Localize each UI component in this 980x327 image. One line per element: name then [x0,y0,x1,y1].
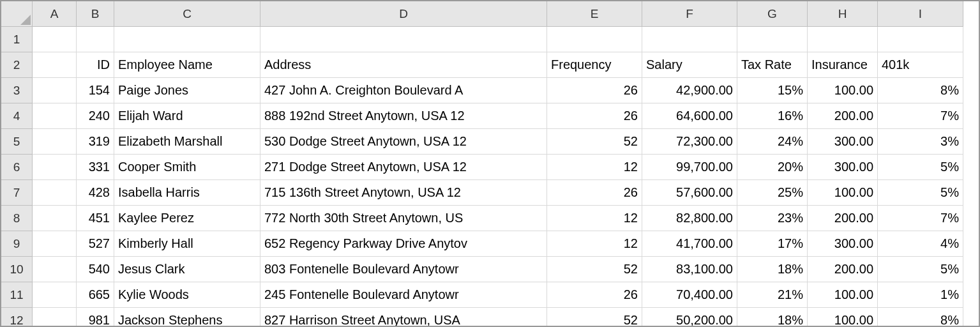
cell-F2[interactable]: Salary [642,52,737,78]
cell-I11[interactable]: 1% [878,282,963,308]
cell-H11[interactable]: 100.00 [808,282,878,308]
cell-E12[interactable]: 52 [547,308,642,327]
cell-A3[interactable] [33,78,77,103]
cell-I12[interactable]: 8% [878,308,963,327]
cell-I1[interactable] [878,27,963,52]
cell-G10[interactable]: 18% [737,257,808,282]
cell-E8[interactable]: 12 [547,206,642,231]
cell-H5[interactable]: 300.00 [808,129,878,155]
cell-H12[interactable]: 100.00 [808,308,878,327]
col-header-A[interactable]: A [33,1,77,27]
cell-D2[interactable]: Address [260,52,547,78]
row-header-5[interactable]: 5 [1,129,33,155]
cell-C8[interactable]: Kaylee Perez [114,206,260,231]
cell-F9[interactable]: 41,700.00 [642,231,737,257]
row-header-6[interactable]: 6 [1,155,33,180]
cell-C10[interactable]: Jesus Clark [114,257,260,282]
cell-E3[interactable]: 26 [547,78,642,103]
cell-G12[interactable]: 18% [737,308,808,327]
cell-C5[interactable]: Elizabeth Marshall [114,129,260,155]
cell-B1[interactable] [77,27,114,52]
cell-G6[interactable]: 20% [737,155,808,180]
cell-I10[interactable]: 5% [878,257,963,282]
cell-F1[interactable] [642,27,737,52]
cell-D4[interactable]: 888 192nd Street Anytown, USA 12 [260,103,547,129]
cell-D8[interactable]: 772 North 30th Street Anytown, US [260,206,547,231]
cell-H4[interactable]: 200.00 [808,103,878,129]
cell-C3[interactable]: Paige Jones [114,78,260,103]
cell-A4[interactable] [33,103,77,129]
cell-B5[interactable]: 319 [77,129,114,155]
cell-G9[interactable]: 17% [737,231,808,257]
cell-C6[interactable]: Cooper Smith [114,155,260,180]
cell-A6[interactable] [33,155,77,180]
cell-E7[interactable]: 26 [547,180,642,206]
row-header-4[interactable]: 4 [1,103,33,129]
cell-D5[interactable]: 530 Dodge Street Anytown, USA 12 [260,129,547,155]
cell-B10[interactable]: 540 [77,257,114,282]
cell-B11[interactable]: 665 [77,282,114,308]
cell-A9[interactable] [33,231,77,257]
cell-B12[interactable]: 981 [77,308,114,327]
cell-H9[interactable]: 300.00 [808,231,878,257]
row-header-11[interactable]: 11 [1,282,33,308]
cell-A2[interactable] [33,52,77,78]
cell-G11[interactable]: 21% [737,282,808,308]
cell-G3[interactable]: 15% [737,78,808,103]
cell-D10[interactable]: 803 Fontenelle Boulevard Anytowr [260,257,547,282]
col-header-C[interactable]: C [114,1,260,27]
row-header-10[interactable]: 10 [1,257,33,282]
cell-C12[interactable]: Jackson Stephens [114,308,260,327]
cell-G7[interactable]: 25% [737,180,808,206]
cell-B4[interactable]: 240 [77,103,114,129]
col-header-F[interactable]: F [642,1,737,27]
cell-F10[interactable]: 83,100.00 [642,257,737,282]
cell-C1[interactable] [114,27,260,52]
cell-E1[interactable] [547,27,642,52]
row-header-12[interactable]: 12 [1,308,33,327]
col-header-B[interactable]: B [77,1,114,27]
row-header-9[interactable]: 9 [1,231,33,257]
cell-C9[interactable]: Kimberly Hall [114,231,260,257]
cell-D7[interactable]: 715 136th Street Anytown, USA 12 [260,180,547,206]
cell-F8[interactable]: 82,800.00 [642,206,737,231]
cell-E5[interactable]: 52 [547,129,642,155]
cell-I7[interactable]: 5% [878,180,963,206]
cell-D6[interactable]: 271 Dodge Street Anytown, USA 12 [260,155,547,180]
cell-F3[interactable]: 42,900.00 [642,78,737,103]
cell-C2[interactable]: Employee Name [114,52,260,78]
cell-D3[interactable]: 427 John A. Creighton Boulevard A [260,78,547,103]
cell-F5[interactable]: 72,300.00 [642,129,737,155]
cell-I9[interactable]: 4% [878,231,963,257]
cell-G2[interactable]: Tax Rate [737,52,808,78]
cell-C4[interactable]: Elijah Ward [114,103,260,129]
cell-A12[interactable] [33,308,77,327]
cell-B9[interactable]: 527 [77,231,114,257]
cell-H8[interactable]: 200.00 [808,206,878,231]
row-header-2[interactable]: 2 [1,52,33,78]
cell-I5[interactable]: 3% [878,129,963,155]
col-header-H[interactable]: H [808,1,878,27]
cell-H1[interactable] [808,27,878,52]
cell-D9[interactable]: 652 Regency Parkway Drive Anytov [260,231,547,257]
cell-A11[interactable] [33,282,77,308]
cell-I2[interactable]: 401k [878,52,963,78]
cell-A10[interactable] [33,257,77,282]
cell-G5[interactable]: 24% [737,129,808,155]
cell-D11[interactable]: 245 Fontenelle Boulevard Anytowr [260,282,547,308]
cell-C11[interactable]: Kylie Woods [114,282,260,308]
cell-D12[interactable]: 827 Harrison Street Anytown, USA [260,308,547,327]
cell-A5[interactable] [33,129,77,155]
row-header-1[interactable]: 1 [1,27,33,52]
cell-G4[interactable]: 16% [737,103,808,129]
cell-I3[interactable]: 8% [878,78,963,103]
cell-E2[interactable]: Frequency [547,52,642,78]
select-all-corner[interactable] [1,1,33,27]
cell-I8[interactable]: 7% [878,206,963,231]
cell-H6[interactable]: 300.00 [808,155,878,180]
row-header-3[interactable]: 3 [1,78,33,103]
cell-E11[interactable]: 26 [547,282,642,308]
cell-E4[interactable]: 26 [547,103,642,129]
cell-E6[interactable]: 12 [547,155,642,180]
row-header-8[interactable]: 8 [1,206,33,231]
